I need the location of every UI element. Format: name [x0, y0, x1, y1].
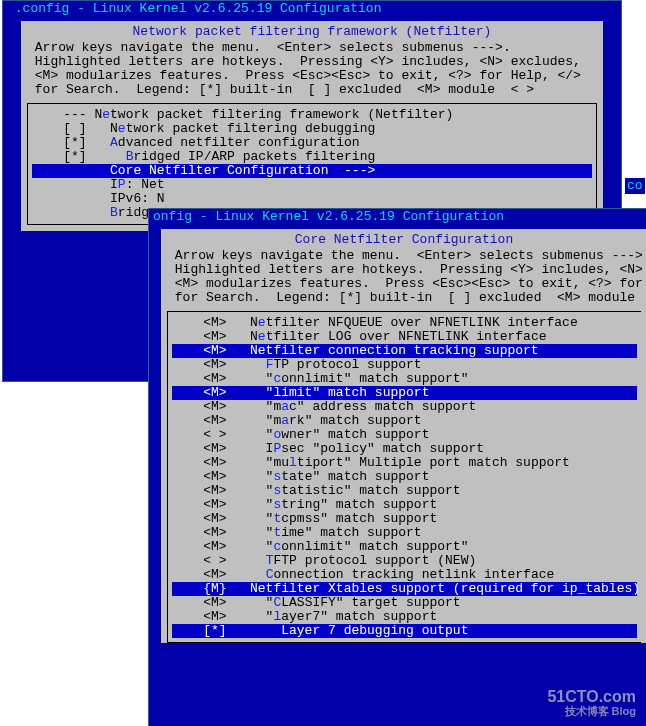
menu-item[interactable]: IPv6: N: [32, 192, 592, 206]
menu-item[interactable]: <M> "multiport" Multiple port match supp…: [172, 456, 637, 470]
hotkey: e: [258, 315, 266, 330]
menu-item[interactable]: [*] Layer 7 debugging output: [172, 624, 637, 638]
menu-item[interactable]: <M> "mark" match support: [172, 414, 637, 428]
menu-item[interactable]: <M> "time" match support: [172, 526, 637, 540]
menu-item[interactable]: [ ] Network packet filtering debugging: [32, 122, 592, 136]
menu-item[interactable]: <M> "statistic" match support: [172, 484, 637, 498]
menu-item[interactable]: <M> "CLASSIFY" target support: [172, 596, 637, 610]
help-line: for Search. Legend: [*] built-in [ ] exc…: [167, 291, 641, 305]
help-text-1: Arrow keys navigate the menu. <Enter> se…: [27, 41, 597, 97]
menu-item[interactable]: [*] Advanced netfilter configuration: [32, 136, 592, 150]
menu-item[interactable]: <M> "connlimit" match support": [172, 372, 637, 386]
menu-item[interactable]: <M> "state" match support: [172, 470, 637, 484]
help-line: <M> modularizes features. Press <Esc><Es…: [167, 277, 641, 291]
window-body-2: Core Netfilter Configuration Arrow keys …: [161, 229, 646, 643]
menu-box-1: --- Network packet filtering framework (…: [27, 103, 597, 225]
window-title-2: onfig - Linux Kernel v2.6.25.19 Configur…: [149, 209, 646, 225]
hotkey: B: [110, 205, 118, 220]
hotkey: e: [258, 329, 266, 344]
menu-item[interactable]: <M> "string" match support: [172, 498, 637, 512]
menu-item[interactable]: <M> IPsec "policy" match support: [172, 442, 637, 456]
menu-item[interactable]: <M> Netfilter LOG over NFNETLINK interfa…: [172, 330, 637, 344]
menu-item[interactable]: <M> "limit" match support: [172, 386, 637, 400]
menu-item[interactable]: <M> "layer7" match support: [172, 610, 637, 624]
hotkey: a: [281, 413, 289, 428]
menu-subtitle-1: Network packet filtering framework (Netf…: [27, 25, 597, 39]
menu-item[interactable]: <M> "connlimit" match support": [172, 540, 637, 554]
menu-box-2: <M> Netfilter NFQUEUE over NFNETLINK int…: [167, 311, 641, 643]
hotkey: e: [102, 107, 110, 122]
cutoff-fragment: co: [625, 178, 645, 194]
help-text-2: Arrow keys navigate the menu. <Enter> se…: [167, 249, 641, 305]
config-window-core-netfilter: onfig - Linux Kernel v2.6.25.19 Configur…: [148, 208, 646, 726]
help-line: Arrow keys navigate the menu. <Enter> se…: [167, 249, 641, 263]
help-line: Arrow keys navigate the menu. <Enter> se…: [27, 41, 597, 55]
help-line: for Search. Legend: [*] built-in [ ] exc…: [27, 83, 597, 97]
menu-item[interactable]: IP: Net: [32, 178, 592, 192]
menu-item[interactable]: Core Netfilter Configuration --->: [32, 164, 592, 178]
menu-item[interactable]: --- Network packet filtering framework (…: [32, 108, 592, 122]
menu-item[interactable]: <M> Netfilter NFQUEUE over NFNETLINK int…: [172, 316, 637, 330]
window-title-1: .config - Linux Kernel v2.6.25.19 Config…: [3, 1, 621, 17]
hotkey: A: [110, 135, 118, 150]
menu-item[interactable]: <M> "mac" address match support: [172, 400, 637, 414]
hotkey: a: [281, 399, 289, 414]
menu-item[interactable]: <M> FTP protocol support: [172, 358, 637, 372]
menu-item[interactable]: < > "owner" match support: [172, 428, 637, 442]
help-line: Highlighted letters are hotkeys. Pressin…: [27, 55, 597, 69]
hotkey: l: [289, 455, 297, 470]
window-body-1: Network packet filtering framework (Netf…: [21, 21, 603, 231]
hotkey: P: [118, 177, 126, 192]
help-line: <M> modularizes features. Press <Esc><Es…: [27, 69, 597, 83]
menu-item[interactable]: <M> Netfilter connection tracking suppor…: [172, 344, 637, 358]
menu-item[interactable]: <M> Connection tracking netlink interfac…: [172, 568, 637, 582]
hotkey: e: [118, 121, 126, 136]
help-line: Highlighted letters are hotkeys. Pressin…: [167, 263, 641, 277]
menu-item[interactable]: <M> "tcpmss" match support: [172, 512, 637, 526]
menu-item[interactable]: [*] Bridged IP/ARP packets filtering: [32, 150, 592, 164]
menu-subtitle-2: Core Netfilter Configuration: [167, 233, 641, 247]
menu-item[interactable]: {M} Netfilter Xtables support (required …: [172, 582, 637, 596]
menu-item[interactable]: < > TFTP protocol support (NEW): [172, 554, 637, 568]
